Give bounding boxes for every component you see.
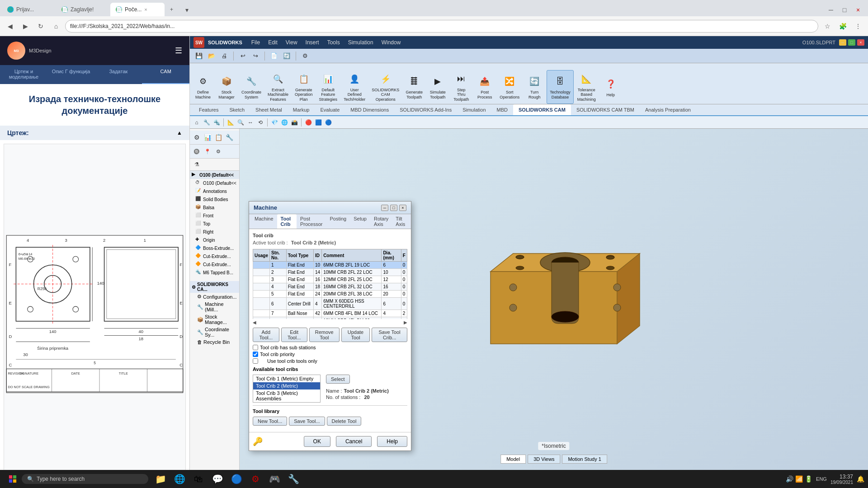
ribbon-step-toolpath[interactable]: ⏭ StepThruToolpath — [450, 70, 472, 104]
bookmark-button[interactable]: ☆ — [821, 20, 834, 33]
dialog-tab-setup[interactable]: Setup — [350, 214, 370, 229]
taskbar-viber[interactable]: 💬 — [209, 470, 226, 488]
dialog-maximize[interactable]: □ — [390, 205, 397, 211]
sec-btn-7[interactable]: ⟲ — [255, 117, 265, 127]
table-row[interactable]: 5 Flat End 24 20MM CRB 2FL 38 LOC 20 0 — [253, 291, 407, 298]
menu-window[interactable]: Window — [378, 38, 405, 47]
cam-item-machine[interactable]: 🔧Machine (Mill... — [190, 300, 239, 313]
browser-tab-3[interactable]: 📄 Poče... × — [110, 3, 165, 16]
ribbon-post-process[interactable]: 📤 PostProcess — [473, 70, 496, 104]
crib-item-2[interactable]: Tool Crib 2 (Metric) — [253, 382, 320, 389]
dialog-tab-rotary[interactable]: Rotary Axis — [370, 214, 392, 229]
delete-tool-btn[interactable]: Delete Tool — [327, 417, 362, 426]
sw-close[interactable]: × — [857, 39, 864, 46]
notification-icon[interactable]: 🔔 — [857, 475, 864, 483]
feature-front[interactable]: ⬜ Front — [190, 211, 239, 220]
dialog-ok-btn[interactable]: OK — [304, 436, 330, 447]
crib-item-3[interactable]: Tool Crib 3 (Metric) Assemblies — [253, 389, 320, 402]
quick-settings[interactable]: ⚙ — [300, 51, 311, 61]
dialog-minimize[interactable]: ─ — [381, 205, 388, 211]
menu-button[interactable]: ⋮ — [852, 20, 864, 33]
quick-save[interactable]: 💾 — [193, 51, 204, 61]
browser-minimize[interactable]: ─ — [825, 4, 837, 16]
quick-rebuild[interactable]: 🔄 — [281, 51, 292, 61]
tab-simulation[interactable]: Simulation — [457, 104, 491, 115]
browser-tab-2[interactable]: 📄 Zaglavlje! — [56, 3, 110, 16]
tree-icon-5[interactable]: 🔘 — [192, 146, 202, 156]
menu-insert[interactable]: Insert — [302, 38, 323, 47]
dialog-tab-post[interactable]: Post Processor — [297, 214, 326, 229]
table-row[interactable]: 1 Flat End 10 6MM CRB 2FL 19 LOC 6 0 — [253, 262, 407, 269]
scroll-right[interactable]: ▶ — [404, 320, 407, 325]
table-row[interactable]: 3 Flat End 16 12MM CRB 2FL 25 LOC 12 0 — [253, 276, 407, 283]
table-row[interactable]: 7 Ball Nose 42 6MM CRB 4FL BM 14 LOC 4 2 — [253, 310, 407, 317]
tool-table-scroll[interactable]: Usage Stn. No. Tool Type ID Comment Dia.… — [253, 249, 407, 319]
cb-priority[interactable] — [253, 352, 258, 357]
ribbon-generate-toolpath[interactable]: 🛤 GenerateToolpath — [403, 70, 425, 104]
feature-cut-extrude1[interactable]: 🔶 Cut-Extrude... — [190, 252, 239, 260]
taskbar-edge[interactable]: 🌐 — [171, 470, 188, 488]
ribbon-technology-db[interactable]: 🗄 TechnologyDatabase — [547, 70, 574, 104]
sw-minimize[interactable]: ─ — [839, 39, 846, 46]
cam-item-main[interactable]: ⚙SOLIDWORKS CA... — [190, 281, 239, 293]
filter-icon[interactable]: ⚗ — [192, 160, 202, 169]
tab-close-3[interactable]: × — [144, 7, 147, 12]
tree-icon-6[interactable]: 📍 — [203, 146, 212, 156]
taskbar-time[interactable]: 13:37 19/09/2021 — [830, 474, 853, 485]
taskbar-app8[interactable]: 🔧 — [285, 470, 302, 488]
menu-tools[interactable]: Tools — [324, 38, 344, 47]
edit-tool-btn[interactable]: Edit Tool... — [281, 328, 307, 342]
cam-item-stock[interactable]: 📦Stock Manage... — [190, 313, 239, 326]
sec-btn-12[interactable]: 🔵 — [323, 117, 333, 127]
tree-icon-1[interactable]: ⚙ — [192, 132, 202, 142]
feature-cut-extrude2[interactable]: 🔶 Cut-Extrude... — [190, 260, 239, 268]
taskbar-app7[interactable]: 🎮 — [266, 470, 283, 488]
feature-solid-bodies[interactable]: ⬛ Solid Bodies — [190, 195, 239, 203]
table-row[interactable]: 4 Flat End 18 16MM CRB 2FL 32 LOC 16 0 — [253, 283, 407, 291]
tab-model[interactable]: Model — [500, 455, 526, 464]
forward-button[interactable]: ▶ — [19, 20, 32, 33]
ribbon-stock-manager[interactable]: 📦 StockManager — [215, 70, 238, 104]
cb-use-only[interactable] — [253, 358, 258, 364]
ribbon-solidworks-cam-ops[interactable]: ⚡ SOLIDWORKSCAMOperations — [369, 70, 402, 104]
back-button[interactable]: ◀ — [4, 20, 16, 33]
sec-btn-6[interactable]: ↔ — [245, 117, 255, 127]
hamburger-menu[interactable]: ☰ — [175, 46, 182, 56]
sec-btn-3[interactable]: 🔩 — [212, 117, 222, 127]
select-crib-btn[interactable]: Select — [326, 375, 350, 384]
tab-motion-study[interactable]: Motion Study 1 — [562, 455, 607, 464]
dialog-close[interactable]: × — [399, 205, 406, 211]
tree-icon-4[interactable]: 🔧 — [224, 132, 234, 142]
tab-mbd[interactable]: MBD — [491, 104, 513, 115]
taskbar-search[interactable]: 🔍 Type here to search — [22, 474, 148, 484]
table-row[interactable]: 2 Flat End 14 10MM CRB 2FL 22 LOC 10 0 — [253, 269, 407, 276]
ribbon-sort-operations[interactable]: 🔀 SortOperations — [497, 70, 522, 104]
sec-btn-10[interactable]: 🔴 — [303, 117, 313, 127]
cam-item-recycle[interactable]: 🗑Recycle Bin — [190, 338, 239, 346]
quick-undo[interactable]: ↩ — [237, 51, 248, 61]
feature-annotations[interactable]: 📝 Annotations — [190, 187, 239, 195]
quick-new[interactable]: 📄 — [269, 51, 279, 61]
tab-cam[interactable]: SOLIDWORKS CAM — [513, 104, 571, 115]
dialog-cancel-btn[interactable]: Cancel — [336, 436, 372, 447]
add-tool-btn[interactable]: Add Tool... — [253, 328, 279, 342]
tab-sketch[interactable]: Sketch — [224, 104, 250, 115]
nav-zadatak[interactable]: Задатак — [95, 65, 142, 84]
feature-o100[interactable]: ▶ O100 (Default<< — [190, 171, 239, 179]
ribbon-turn-rough[interactable]: 🔄 TurnRough — [523, 70, 546, 104]
taskbar-chrome[interactable]: 🔵 — [228, 470, 245, 488]
ribbon-extract-features[interactable]: 🔍 ExtractMachinableFeatures — [265, 70, 291, 104]
extensions-button[interactable]: 🧩 — [836, 20, 849, 33]
tab-analysis[interactable]: Analysis Preparation — [640, 104, 696, 115]
tab-mbd-dimensions[interactable]: MBD Dimensions — [345, 104, 394, 115]
update-tool-btn[interactable]: Update Tool — [341, 328, 370, 342]
feature-origin[interactable]: ✚ Origin — [190, 236, 239, 244]
nav-opis[interactable]: Опис Г функција — [47, 65, 95, 84]
sec-btn-1[interactable]: ⌂ — [192, 117, 202, 127]
feature-m6-tapped[interactable]: 🔩 M6 Tapped B... — [190, 268, 239, 277]
new-tool-btn[interactable]: New Tool... — [253, 417, 287, 426]
browser-maximize[interactable]: □ — [838, 4, 851, 16]
menu-file[interactable]: File — [248, 38, 264, 47]
ribbon-user-defined[interactable]: 👤 UserDefinedTech/Holder — [341, 70, 368, 104]
feature-history[interactable]: ⏱ O100 (Default<< — [190, 179, 239, 187]
